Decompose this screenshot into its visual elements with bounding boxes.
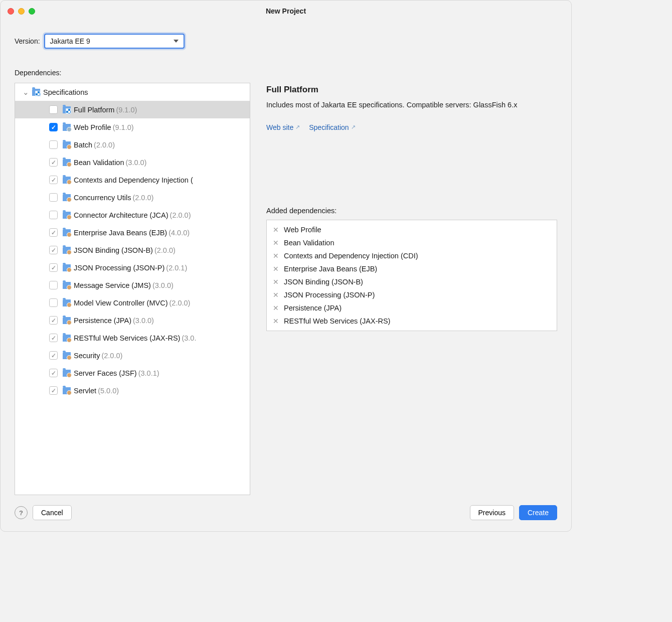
website-link-label: Web site [266, 123, 293, 131]
checkbox[interactable] [49, 298, 58, 307]
cancel-button[interactable]: Cancel [33, 505, 72, 520]
spec-row[interactable]: Message Service (JMS) (3.0.0) [15, 276, 250, 294]
added-item-label: JSON Binding (JSON-B) [284, 278, 363, 286]
spec-row[interactable]: Server Faces (JSF) (3.0.1) [15, 364, 250, 382]
tree-group-specifications[interactable]: ⌄Specifications [15, 83, 250, 101]
previous-button[interactable]: Previous [470, 505, 514, 520]
checkbox[interactable] [49, 123, 58, 131]
remove-icon[interactable]: ✕ [273, 226, 279, 234]
checkbox[interactable] [49, 334, 58, 342]
checkbox[interactable] [49, 211, 58, 219]
folder-icon [63, 317, 71, 324]
website-link[interactable]: Web site ↗ [266, 123, 300, 131]
version-select[interactable]: Jakarta EE 9 [44, 34, 185, 49]
remove-icon[interactable]: ✕ [273, 265, 279, 273]
spec-row[interactable]: Concurrency Utils (2.0.0) [15, 189, 250, 206]
close-icon[interactable] [8, 8, 14, 15]
checkbox[interactable] [49, 140, 58, 149]
folder-icon [63, 106, 71, 113]
folder-icon [63, 335, 71, 342]
spec-row[interactable]: JSON Processing (JSON-P) (2.0.1) [15, 259, 250, 276]
remove-icon[interactable]: ✕ [273, 317, 279, 325]
spec-row[interactable]: Connector Architecture (JCA) (2.0.0) [15, 206, 250, 224]
folder-icon [63, 247, 71, 254]
spec-version: (9.1.0) [113, 123, 134, 131]
checkbox[interactable] [49, 228, 58, 237]
spec-name: Web Profile [74, 123, 111, 131]
spec-row[interactable]: Servlet (5.0.0) [15, 382, 250, 399]
spec-version: (2.0.0) [101, 352, 122, 360]
added-item-label: Bean Validation [284, 239, 334, 247]
minimize-icon[interactable] [18, 8, 25, 15]
checkbox[interactable] [49, 369, 58, 377]
version-value: Jakarta EE 9 [50, 37, 90, 45]
checkbox[interactable] [49, 281, 58, 289]
spec-row[interactable]: Bean Validation (3.0.0) [15, 153, 250, 171]
folder-icon [63, 159, 71, 166]
titlebar: New Project [1, 1, 571, 22]
spec-name: Concurrency Utils [74, 194, 131, 202]
spec-name: Batch [74, 141, 92, 149]
checkbox[interactable] [49, 246, 58, 254]
added-item: ✕RESTful Web Services (JAX-RS) [267, 315, 557, 328]
spec-name: Bean Validation [74, 159, 124, 167]
spec-name: JSON Binding (JSON-B) [74, 246, 153, 254]
added-item-label: Web Profile [284, 226, 321, 234]
traffic-lights [8, 8, 35, 15]
added-item-label: Persistence (JPA) [284, 304, 342, 312]
spec-row[interactable]: Model View Controller (MVC) (2.0.0) [15, 294, 250, 312]
spec-row[interactable]: Web Profile (9.1.0) [15, 118, 250, 136]
remove-icon[interactable]: ✕ [273, 239, 279, 247]
folder-icon [63, 370, 71, 377]
spec-version: (2.0.0) [94, 141, 115, 149]
spec-version: (3.0.0) [152, 281, 174, 289]
checkbox[interactable] [49, 193, 58, 202]
spec-name: Connector Architecture (JCA) [74, 211, 169, 219]
specification-link[interactable]: Specification ↗ [309, 123, 355, 131]
added-item-label: RESTful Web Services (JAX-RS) [284, 317, 390, 325]
zoom-icon[interactable] [29, 8, 35, 15]
checkbox[interactable] [49, 386, 58, 395]
spec-name: Servlet [74, 387, 96, 395]
spec-row[interactable]: Security (2.0.0) [15, 347, 250, 364]
checkbox[interactable] [49, 176, 58, 184]
window-title: New Project [266, 7, 306, 15]
checkbox[interactable] [49, 105, 58, 114]
spec-row[interactable]: Persistence (JPA) (3.0.0) [15, 312, 250, 329]
spec-row[interactable]: RESTful Web Services (JAX-RS) (3.0. [15, 329, 250, 347]
spec-row[interactable]: JSON Binding (JSON-B) (2.0.0) [15, 241, 250, 259]
spec-name: Enterprise Java Beans (EJB) [74, 229, 167, 237]
spec-name: Message Service (JMS) [74, 281, 151, 289]
spec-row[interactable]: Enterprise Java Beans (EJB) (4.0.0) [15, 224, 250, 241]
remove-icon[interactable]: ✕ [273, 304, 279, 312]
version-label: Version: [15, 37, 40, 45]
external-link-icon: ↗ [295, 124, 300, 130]
spec-version: (5.0.0) [98, 387, 119, 395]
chevron-down-icon: ⌄ [21, 88, 30, 96]
checkbox[interactable] [49, 351, 58, 360]
added-item-label: JSON Processing (JSON-P) [284, 291, 375, 299]
main-area: ⌄SpecificationsFull Platform (9.1.0)Web … [15, 83, 557, 495]
spec-version: (2.0.0) [154, 246, 176, 254]
checkbox[interactable] [49, 158, 58, 167]
spec-version: (3.0.1) [138, 369, 159, 377]
spec-row[interactable]: Batch (2.0.0) [15, 136, 250, 153]
remove-icon[interactable]: ✕ [273, 291, 279, 299]
remove-icon[interactable]: ✕ [273, 278, 279, 286]
spec-row[interactable]: Full Platform (9.1.0) [15, 101, 250, 118]
spec-version: (3.0. [182, 334, 196, 342]
create-button[interactable]: Create [519, 505, 557, 520]
chevron-down-icon [174, 40, 179, 43]
added-item-label: Enterprise Java Beans (EJB) [284, 265, 377, 273]
folder-icon [63, 141, 71, 148]
checkbox[interactable] [49, 316, 58, 325]
help-button[interactable]: ? [15, 506, 28, 519]
added-item: ✕Persistence (JPA) [267, 301, 557, 315]
spec-version: (2.0.1) [166, 264, 187, 272]
remove-icon[interactable]: ✕ [273, 252, 279, 260]
dependency-tree[interactable]: ⌄SpecificationsFull Platform (9.1.0)Web … [15, 83, 250, 495]
folder-icon [63, 124, 71, 131]
spec-row[interactable]: Contexts and Dependency Injection ( [15, 171, 250, 189]
folder-icon [63, 212, 71, 219]
checkbox[interactable] [49, 263, 58, 272]
